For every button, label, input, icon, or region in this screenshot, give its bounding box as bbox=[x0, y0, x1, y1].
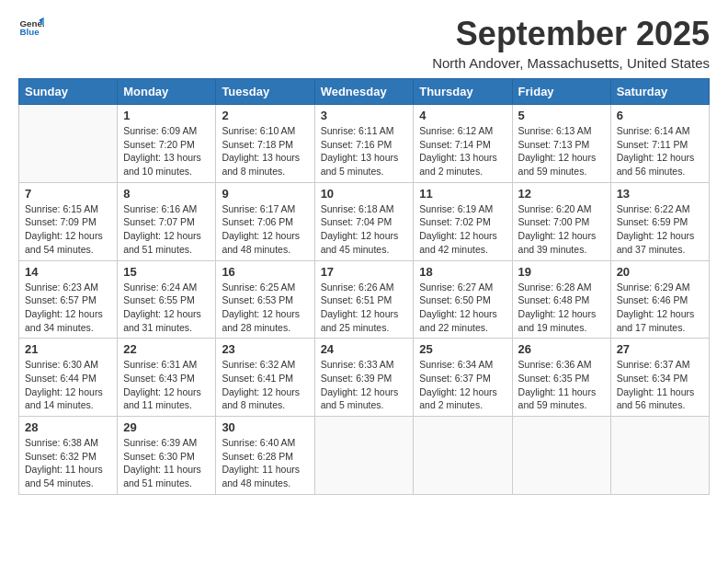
cell-content: Sunrise: 6:20 AM Sunset: 7:00 PM Dayligh… bbox=[518, 202, 605, 257]
calendar-header-row: SundayMondayTuesdayWednesdayThursdayFrid… bbox=[19, 79, 710, 105]
cell-content: Sunrise: 6:31 AM Sunset: 6:43 PM Dayligh… bbox=[123, 358, 210, 412]
logo-icon: General Blue bbox=[18, 15, 44, 40]
day-number: 30 bbox=[222, 420, 308, 434]
cell-content: Sunrise: 6:40 AM Sunset: 6:28 PM Dayligh… bbox=[222, 436, 308, 490]
day-number: 19 bbox=[518, 265, 605, 279]
calendar-cell: 13Sunrise: 6:22 AM Sunset: 6:59 PM Dayli… bbox=[610, 182, 709, 260]
calendar-cell: 29Sunrise: 6:39 AM Sunset: 6:30 PM Dayli… bbox=[118, 417, 216, 495]
day-of-week-header: Tuesday bbox=[216, 79, 314, 105]
calendar-cell: 5Sunrise: 6:13 AM Sunset: 7:13 PM Daylig… bbox=[512, 105, 610, 183]
day-number: 3 bbox=[321, 109, 408, 122]
day-number: 25 bbox=[419, 342, 506, 356]
calendar-cell: 30Sunrise: 6:40 AM Sunset: 6:28 PM Dayli… bbox=[216, 417, 314, 495]
day-number: 15 bbox=[123, 265, 210, 279]
day-number: 24 bbox=[321, 342, 408, 356]
cell-content: Sunrise: 6:16 AM Sunset: 7:07 PM Dayligh… bbox=[123, 202, 210, 257]
day-of-week-header: Monday bbox=[118, 79, 216, 105]
calendar-cell: 3Sunrise: 6:11 AM Sunset: 7:16 PM Daylig… bbox=[314, 105, 414, 183]
calendar-week-row: 14Sunrise: 6:23 AM Sunset: 6:57 PM Dayli… bbox=[19, 260, 710, 339]
day-of-week-header: Wednesday bbox=[314, 79, 414, 105]
day-number: 4 bbox=[419, 109, 506, 122]
calendar-week-row: 28Sunrise: 6:38 AM Sunset: 6:32 PM Dayli… bbox=[19, 417, 710, 495]
day-number: 11 bbox=[419, 187, 506, 201]
month-title: September 2025 bbox=[432, 15, 710, 53]
day-number: 2 bbox=[222, 109, 308, 122]
calendar-cell: 22Sunrise: 6:31 AM Sunset: 6:43 PM Dayli… bbox=[118, 339, 216, 417]
calendar-cell: 7Sunrise: 6:15 AM Sunset: 7:09 PM Daylig… bbox=[19, 182, 118, 260]
cell-content: Sunrise: 6:10 AM Sunset: 7:18 PM Dayligh… bbox=[222, 124, 308, 178]
calendar-cell: 23Sunrise: 6:32 AM Sunset: 6:41 PM Dayli… bbox=[216, 339, 314, 417]
calendar-cell bbox=[314, 417, 414, 495]
day-number: 16 bbox=[222, 265, 308, 279]
day-number: 6 bbox=[617, 109, 703, 122]
calendar-cell: 4Sunrise: 6:12 AM Sunset: 7:14 PM Daylig… bbox=[414, 105, 512, 183]
day-number: 21 bbox=[25, 342, 111, 356]
calendar-cell: 6Sunrise: 6:14 AM Sunset: 7:11 PM Daylig… bbox=[610, 105, 709, 183]
day-number: 29 bbox=[123, 420, 210, 434]
cell-content: Sunrise: 6:17 AM Sunset: 7:06 PM Dayligh… bbox=[222, 202, 308, 257]
calendar-cell: 26Sunrise: 6:36 AM Sunset: 6:35 PM Dayli… bbox=[512, 339, 610, 417]
calendar-cell: 19Sunrise: 6:28 AM Sunset: 6:48 PM Dayli… bbox=[512, 260, 610, 339]
logo: General Blue bbox=[18, 15, 44, 40]
calendar-cell: 11Sunrise: 6:19 AM Sunset: 7:02 PM Dayli… bbox=[414, 182, 512, 260]
day-number: 7 bbox=[25, 187, 111, 201]
cell-content: Sunrise: 6:22 AM Sunset: 6:59 PM Dayligh… bbox=[617, 202, 703, 257]
calendar-cell bbox=[414, 417, 512, 495]
day-number: 13 bbox=[617, 187, 703, 201]
cell-content: Sunrise: 6:29 AM Sunset: 6:46 PM Dayligh… bbox=[617, 281, 703, 335]
cell-content: Sunrise: 6:33 AM Sunset: 6:39 PM Dayligh… bbox=[321, 358, 408, 412]
header: General Blue September 2025 North Andove… bbox=[18, 15, 710, 71]
calendar-cell bbox=[610, 417, 709, 495]
day-number: 5 bbox=[518, 109, 605, 122]
calendar-cell: 18Sunrise: 6:27 AM Sunset: 6:50 PM Dayli… bbox=[414, 260, 512, 339]
day-number: 27 bbox=[617, 342, 703, 356]
day-number: 22 bbox=[123, 342, 210, 356]
cell-content: Sunrise: 6:09 AM Sunset: 7:20 PM Dayligh… bbox=[123, 124, 210, 178]
title-area: September 2025 North Andover, Massachuse… bbox=[432, 15, 710, 71]
calendar-cell: 12Sunrise: 6:20 AM Sunset: 7:00 PM Dayli… bbox=[512, 182, 610, 260]
cell-content: Sunrise: 6:15 AM Sunset: 7:09 PM Dayligh… bbox=[25, 202, 111, 257]
cell-content: Sunrise: 6:30 AM Sunset: 6:44 PM Dayligh… bbox=[25, 358, 111, 412]
calendar-table: SundayMondayTuesdayWednesdayThursdayFrid… bbox=[18, 78, 710, 495]
cell-content: Sunrise: 6:36 AM Sunset: 6:35 PM Dayligh… bbox=[518, 358, 605, 412]
calendar-week-row: 1Sunrise: 6:09 AM Sunset: 7:20 PM Daylig… bbox=[19, 105, 710, 183]
calendar-cell: 24Sunrise: 6:33 AM Sunset: 6:39 PM Dayli… bbox=[314, 339, 414, 417]
day-number: 12 bbox=[518, 187, 605, 201]
day-number: 1 bbox=[123, 109, 210, 122]
cell-content: Sunrise: 6:34 AM Sunset: 6:37 PM Dayligh… bbox=[419, 358, 506, 412]
day-number: 20 bbox=[617, 265, 703, 279]
calendar-cell bbox=[19, 105, 118, 183]
cell-content: Sunrise: 6:14 AM Sunset: 7:11 PM Dayligh… bbox=[617, 124, 703, 178]
day-number: 18 bbox=[419, 265, 506, 279]
cell-content: Sunrise: 6:27 AM Sunset: 6:50 PM Dayligh… bbox=[419, 281, 506, 335]
calendar-cell: 16Sunrise: 6:25 AM Sunset: 6:53 PM Dayli… bbox=[216, 260, 314, 339]
calendar-cell: 27Sunrise: 6:37 AM Sunset: 6:34 PM Dayli… bbox=[610, 339, 709, 417]
cell-content: Sunrise: 6:39 AM Sunset: 6:30 PM Dayligh… bbox=[123, 436, 210, 490]
day-number: 23 bbox=[222, 342, 308, 356]
day-number: 8 bbox=[123, 187, 210, 201]
day-number: 17 bbox=[321, 265, 408, 279]
calendar-cell: 2Sunrise: 6:10 AM Sunset: 7:18 PM Daylig… bbox=[216, 105, 314, 183]
day-number: 26 bbox=[518, 342, 605, 356]
cell-content: Sunrise: 6:19 AM Sunset: 7:02 PM Dayligh… bbox=[419, 202, 506, 257]
calendar-cell bbox=[512, 417, 610, 495]
calendar-cell: 21Sunrise: 6:30 AM Sunset: 6:44 PM Dayli… bbox=[19, 339, 118, 417]
day-of-week-header: Sunday bbox=[19, 79, 118, 105]
cell-content: Sunrise: 6:32 AM Sunset: 6:41 PM Dayligh… bbox=[222, 358, 308, 412]
day-number: 28 bbox=[25, 420, 111, 434]
day-of-week-header: Friday bbox=[512, 79, 610, 105]
cell-content: Sunrise: 6:38 AM Sunset: 6:32 PM Dayligh… bbox=[25, 436, 111, 490]
cell-content: Sunrise: 6:37 AM Sunset: 6:34 PM Dayligh… bbox=[617, 358, 703, 412]
location-title: North Andover, Massachusetts, United Sta… bbox=[432, 55, 710, 71]
cell-content: Sunrise: 6:28 AM Sunset: 6:48 PM Dayligh… bbox=[518, 281, 605, 335]
calendar-cell: 10Sunrise: 6:18 AM Sunset: 7:04 PM Dayli… bbox=[314, 182, 414, 260]
svg-text:Blue: Blue bbox=[19, 27, 40, 37]
calendar-cell: 17Sunrise: 6:26 AM Sunset: 6:51 PM Dayli… bbox=[314, 260, 414, 339]
day-number: 10 bbox=[321, 187, 408, 201]
calendar-week-row: 21Sunrise: 6:30 AM Sunset: 6:44 PM Dayli… bbox=[19, 339, 710, 417]
cell-content: Sunrise: 6:26 AM Sunset: 6:51 PM Dayligh… bbox=[321, 281, 408, 335]
calendar-cell: 25Sunrise: 6:34 AM Sunset: 6:37 PM Dayli… bbox=[414, 339, 512, 417]
cell-content: Sunrise: 6:18 AM Sunset: 7:04 PM Dayligh… bbox=[321, 202, 408, 257]
cell-content: Sunrise: 6:24 AM Sunset: 6:55 PM Dayligh… bbox=[123, 281, 210, 335]
cell-content: Sunrise: 6:11 AM Sunset: 7:16 PM Dayligh… bbox=[321, 124, 408, 178]
